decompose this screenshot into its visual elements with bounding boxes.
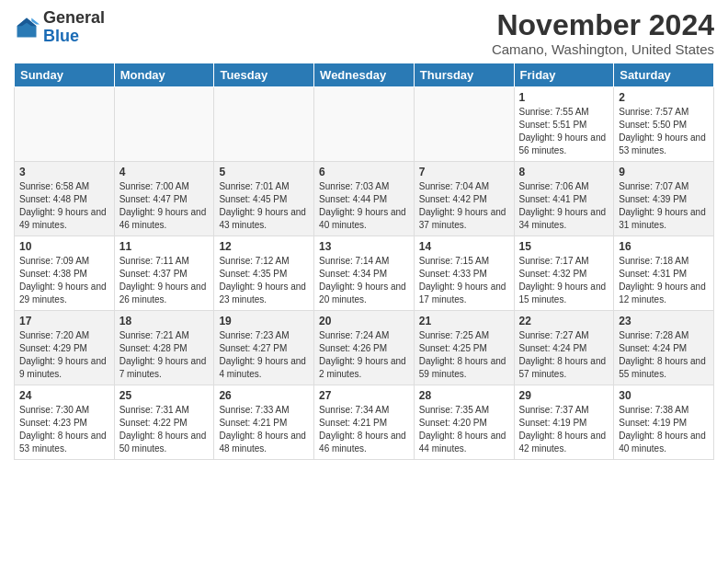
- day-number: 19: [219, 315, 309, 327]
- day-number: 14: [419, 240, 509, 253]
- col-sunday: Sunday: [15, 63, 115, 87]
- day-info: Sunrise: 6:58 AMSunset: 4:48 PMDaylight:…: [19, 180, 109, 232]
- main-container: General Blue November 2024 Camano, Washi…: [0, 0, 728, 469]
- table-row: 7Sunrise: 7:04 AMSunset: 4:42 PMDaylight…: [414, 162, 514, 236]
- logo-blue: Blue: [43, 27, 79, 45]
- month-title: November 2024: [492, 9, 714, 41]
- calendar-week-row: 17Sunrise: 7:20 AMSunset: 4:29 PMDayligh…: [15, 311, 714, 385]
- day-info: Sunrise: 7:24 AMSunset: 4:26 PMDaylight:…: [319, 329, 409, 381]
- table-row: 9Sunrise: 7:07 AMSunset: 4:39 PMDaylight…: [614, 162, 714, 236]
- table-row: 21Sunrise: 7:25 AMSunset: 4:25 PMDayligh…: [414, 311, 514, 385]
- day-info: Sunrise: 7:33 AMSunset: 4:21 PMDaylight:…: [219, 404, 309, 455]
- table-row: [15, 87, 115, 162]
- table-row: 2Sunrise: 7:57 AMSunset: 5:50 PMDaylight…: [614, 87, 714, 162]
- table-row: 10Sunrise: 7:09 AMSunset: 4:38 PMDayligh…: [15, 236, 115, 311]
- table-row: 1Sunrise: 7:55 AMSunset: 5:51 PMDaylight…: [514, 87, 614, 162]
- calendar-week-row: 3Sunrise: 6:58 AMSunset: 4:48 PMDaylight…: [15, 162, 714, 236]
- day-number: 24: [19, 389, 109, 402]
- day-info: Sunrise: 7:11 AMSunset: 4:37 PMDaylight:…: [119, 255, 210, 306]
- day-info: Sunrise: 7:17 AMSunset: 4:32 PMDaylight:…: [519, 255, 609, 306]
- day-number: 28: [419, 389, 509, 402]
- day-info: Sunrise: 7:27 AMSunset: 4:24 PMDaylight:…: [519, 329, 609, 381]
- title-section: November 2024 Camano, Washington, United…: [492, 9, 714, 57]
- table-row: 23Sunrise: 7:28 AMSunset: 4:24 PMDayligh…: [614, 311, 714, 385]
- table-row: 30Sunrise: 7:38 AMSunset: 4:19 PMDayligh…: [614, 385, 714, 460]
- day-info: Sunrise: 7:15 AMSunset: 4:33 PMDaylight:…: [419, 255, 509, 306]
- col-tuesday: Tuesday: [214, 63, 314, 87]
- table-row: 19Sunrise: 7:23 AMSunset: 4:27 PMDayligh…: [214, 311, 314, 385]
- day-number: 18: [119, 315, 210, 327]
- table-row: [414, 87, 514, 162]
- calendar-week-row: 10Sunrise: 7:09 AMSunset: 4:38 PMDayligh…: [15, 236, 714, 311]
- location: Camano, Washington, United States: [492, 41, 714, 57]
- day-number: 2: [619, 91, 709, 104]
- day-info: Sunrise: 7:30 AMSunset: 4:23 PMDaylight:…: [19, 404, 109, 455]
- table-row: 11Sunrise: 7:11 AMSunset: 4:37 PMDayligh…: [114, 236, 214, 311]
- day-info: Sunrise: 7:06 AMSunset: 4:41 PMDaylight:…: [519, 180, 609, 232]
- logo-general: General: [43, 8, 105, 27]
- day-number: 12: [219, 240, 309, 253]
- day-info: Sunrise: 7:28 AMSunset: 4:24 PMDaylight:…: [619, 329, 709, 381]
- day-number: 21: [419, 315, 509, 327]
- calendar-body: 1Sunrise: 7:55 AMSunset: 5:51 PMDaylight…: [15, 87, 714, 460]
- day-info: Sunrise: 7:57 AMSunset: 5:50 PMDaylight:…: [619, 106, 709, 157]
- table-row: 26Sunrise: 7:33 AMSunset: 4:21 PMDayligh…: [214, 385, 314, 460]
- day-number: 7: [419, 166, 509, 178]
- day-info: Sunrise: 7:37 AMSunset: 4:19 PMDaylight:…: [519, 404, 609, 455]
- day-number: 9: [619, 166, 709, 178]
- table-row: 22Sunrise: 7:27 AMSunset: 4:24 PMDayligh…: [514, 311, 614, 385]
- day-number: 10: [19, 240, 109, 253]
- logo-icon: [14, 15, 40, 40]
- header: General Blue November 2024 Camano, Washi…: [14, 9, 714, 57]
- table-row: 6Sunrise: 7:03 AMSunset: 4:44 PMDaylight…: [314, 162, 415, 236]
- day-number: 29: [519, 389, 609, 402]
- day-number: 27: [319, 389, 409, 402]
- day-info: Sunrise: 7:07 AMSunset: 4:39 PMDaylight:…: [619, 180, 709, 232]
- calendar-week-row: 1Sunrise: 7:55 AMSunset: 5:51 PMDaylight…: [15, 87, 714, 162]
- table-row: 12Sunrise: 7:12 AMSunset: 4:35 PMDayligh…: [214, 236, 314, 311]
- day-number: 25: [119, 389, 210, 402]
- day-number: 15: [519, 240, 609, 253]
- col-thursday: Thursday: [414, 63, 514, 87]
- day-info: Sunrise: 7:04 AMSunset: 4:42 PMDaylight:…: [419, 180, 509, 232]
- day-number: 23: [619, 315, 709, 327]
- table-row: 13Sunrise: 7:14 AMSunset: 4:34 PMDayligh…: [314, 236, 415, 311]
- day-info: Sunrise: 7:34 AMSunset: 4:21 PMDaylight:…: [319, 404, 409, 455]
- table-row: 8Sunrise: 7:06 AMSunset: 4:41 PMDaylight…: [514, 162, 614, 236]
- table-row: 16Sunrise: 7:18 AMSunset: 4:31 PMDayligh…: [614, 236, 714, 311]
- day-number: 8: [519, 166, 609, 178]
- day-info: Sunrise: 7:12 AMSunset: 4:35 PMDaylight:…: [219, 255, 309, 306]
- day-number: 20: [319, 315, 409, 327]
- day-info: Sunrise: 7:21 AMSunset: 4:28 PMDaylight:…: [119, 329, 210, 381]
- logo: General Blue: [14, 9, 105, 46]
- day-info: Sunrise: 7:00 AMSunset: 4:47 PMDaylight:…: [119, 180, 210, 232]
- day-info: Sunrise: 7:38 AMSunset: 4:19 PMDaylight:…: [619, 404, 709, 455]
- day-info: Sunrise: 7:09 AMSunset: 4:38 PMDaylight:…: [19, 255, 109, 306]
- table-row: 5Sunrise: 7:01 AMSunset: 4:45 PMDaylight…: [214, 162, 314, 236]
- day-number: 13: [319, 240, 409, 253]
- day-number: 17: [19, 315, 109, 327]
- day-info: Sunrise: 7:01 AMSunset: 4:45 PMDaylight:…: [219, 180, 309, 232]
- day-number: 3: [19, 166, 109, 178]
- table-row: 18Sunrise: 7:21 AMSunset: 4:28 PMDayligh…: [114, 311, 214, 385]
- day-info: Sunrise: 7:55 AMSunset: 5:51 PMDaylight:…: [519, 106, 609, 157]
- table-row: [214, 87, 314, 162]
- calendar-header: Sunday Monday Tuesday Wednesday Thursday…: [15, 63, 714, 87]
- day-number: 16: [619, 240, 709, 253]
- day-info: Sunrise: 7:25 AMSunset: 4:25 PMDaylight:…: [419, 329, 509, 381]
- day-info: Sunrise: 7:35 AMSunset: 4:20 PMDaylight:…: [419, 404, 509, 455]
- table-row: 3Sunrise: 6:58 AMSunset: 4:48 PMDaylight…: [15, 162, 115, 236]
- table-row: [314, 87, 415, 162]
- table-row: 25Sunrise: 7:31 AMSunset: 4:22 PMDayligh…: [114, 385, 214, 460]
- day-number: 1: [519, 91, 609, 104]
- table-row: 20Sunrise: 7:24 AMSunset: 4:26 PMDayligh…: [314, 311, 415, 385]
- col-wednesday: Wednesday: [314, 63, 415, 87]
- calendar: Sunday Monday Tuesday Wednesday Thursday…: [14, 63, 714, 460]
- table-row: 27Sunrise: 7:34 AMSunset: 4:21 PMDayligh…: [314, 385, 415, 460]
- header-row: Sunday Monday Tuesday Wednesday Thursday…: [15, 63, 714, 87]
- table-row: 28Sunrise: 7:35 AMSunset: 4:20 PMDayligh…: [414, 385, 514, 460]
- day-info: Sunrise: 7:20 AMSunset: 4:29 PMDaylight:…: [19, 329, 109, 381]
- table-row: 14Sunrise: 7:15 AMSunset: 4:33 PMDayligh…: [414, 236, 514, 311]
- table-row: 15Sunrise: 7:17 AMSunset: 4:32 PMDayligh…: [514, 236, 614, 311]
- table-row: 17Sunrise: 7:20 AMSunset: 4:29 PMDayligh…: [15, 311, 115, 385]
